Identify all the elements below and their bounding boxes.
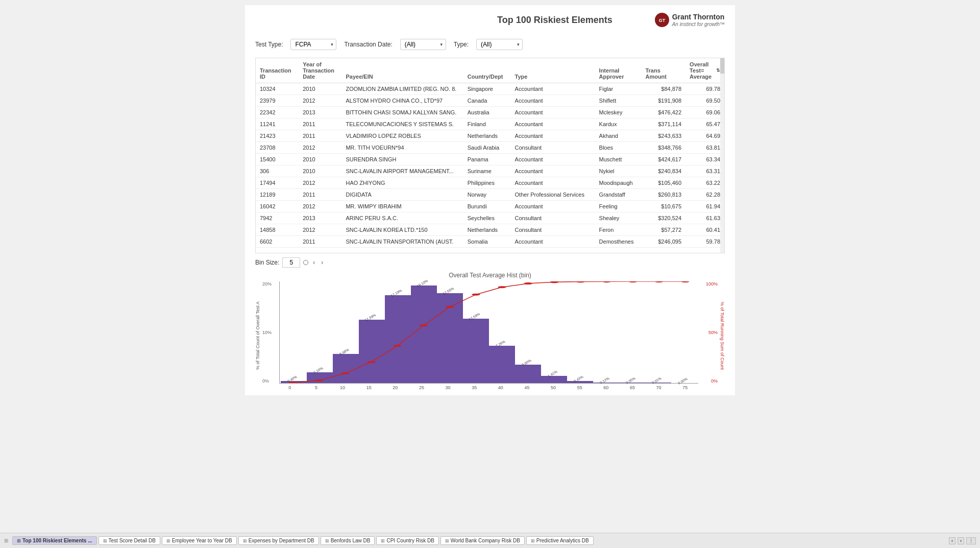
bar xyxy=(281,381,307,383)
cell-id: 6602 xyxy=(256,235,299,247)
cell-payee: SURENDRA SINGH xyxy=(341,153,463,165)
cell-type: Accountant xyxy=(511,200,595,212)
tab-scroll-right[interactable]: › xyxy=(958,537,964,544)
cell-country: Suriname xyxy=(463,165,511,177)
chart-bars-area: 0.40%2.10%5.68%12.39%17.19%19.10%17.55%1… xyxy=(279,281,698,384)
cell-id: 15400 xyxy=(256,153,299,165)
table-row[interactable]: 23708 2012 MR. TITH VOEURN*94 Saudi Arab… xyxy=(256,141,724,153)
th-amount: Trans Amount xyxy=(641,58,685,83)
table-row[interactable]: 7942 2013 ARINC PERU S.A.C. Seychelles C… xyxy=(256,212,724,224)
y-axis-left-label: % of Total Count of Overall Test A xyxy=(255,281,261,390)
bar xyxy=(567,381,593,383)
table-row[interactable]: 12189 2011 DIGIDATA Norway Other Profess… xyxy=(256,188,724,200)
cell-amount: $10,675 xyxy=(641,200,685,212)
bar xyxy=(515,365,541,383)
table-row[interactable]: 23979 2012 ALSTOM HYDRO CHINA CO., LTD*9… xyxy=(256,94,724,106)
cell-amount: $260,813 xyxy=(641,188,685,200)
scrollbar[interactable] xyxy=(720,58,724,253)
cell-id: 22342 xyxy=(256,106,299,118)
table-row[interactable]: 10324 2010 ZOOMLION ZAMBIA LIMITED (REG.… xyxy=(256,83,724,94)
cell-type: Other Professional Services xyxy=(511,188,595,200)
cell-overall: 63.81 xyxy=(685,141,724,153)
tab-menu[interactable]: ⋮ xyxy=(966,537,976,544)
cell-approver: Bloes xyxy=(595,141,642,153)
transaction-date-label: Transaction Date: xyxy=(344,41,392,48)
table-row[interactable]: 17494 2012 HAO ZHIYONG Philippines Accou… xyxy=(256,177,724,188)
cell-amount: $424,617 xyxy=(641,153,685,165)
cell-amount: $476,422 xyxy=(641,106,685,118)
bar-group: 12.59% xyxy=(463,281,489,383)
bar xyxy=(307,372,333,383)
tab-tab5[interactable]: ⊞Benfords Law DB xyxy=(321,536,375,545)
bin-next-button[interactable]: › xyxy=(320,258,325,267)
th-year: Year of Transaction Date xyxy=(299,58,341,83)
bar-group: 19.10% xyxy=(411,281,437,383)
bar-group: 2.10% xyxy=(307,281,333,383)
tab-tab2[interactable]: ⊞Test Score Detail DB xyxy=(99,536,160,545)
transaction-date-select[interactable]: (All) 2010 2011 2012 2013 xyxy=(400,39,446,50)
tab-controls: ‹ › ⋮ xyxy=(949,537,976,544)
cell-year: 2010 xyxy=(299,165,341,177)
cell-payee: VLADIMIRO LOPEZ ROBLES xyxy=(341,130,463,141)
cell-amount: $191,908 xyxy=(641,94,685,106)
cell-country: Australia xyxy=(463,106,511,118)
table-row[interactable]: 14858 2012 SNC-LAVALIN KOREA LTD.*150 Ne… xyxy=(256,224,724,235)
bin-size-radio[interactable] xyxy=(303,260,308,265)
cell-id: 11241 xyxy=(256,118,299,130)
scrollbar-thumb[interactable] xyxy=(720,58,724,74)
bar xyxy=(463,319,489,383)
th-payee: Payee/EIN xyxy=(341,58,463,83)
bar-label: 0.05% xyxy=(625,376,636,385)
tab-label: Expenses by Department DB xyxy=(249,538,314,543)
cell-overall: 63.31 xyxy=(685,165,724,177)
type-select-wrapper[interactable]: (All) Accountant Consultant xyxy=(476,39,523,50)
bar-group: 0.43% xyxy=(567,281,593,383)
tab-tab3[interactable]: ⊞Employee Year to Year DB xyxy=(162,536,237,545)
chart-area: % of Total Count of Overall Test A 20% 1… xyxy=(255,281,725,390)
cell-id: 17494 xyxy=(256,177,299,188)
cell-amount: $348,766 xyxy=(641,141,685,153)
bin-prev-button[interactable]: ‹ xyxy=(311,258,316,267)
bin-size-input[interactable] xyxy=(282,257,300,268)
cell-country: Netherlands xyxy=(463,224,511,235)
cell-payee: SNC-LAVALIN AIRPORT MANAGEMENT... xyxy=(341,165,463,177)
test-type-select[interactable]: FCPA (All) xyxy=(290,39,336,50)
cell-type: Accountant xyxy=(511,106,595,118)
bar-label: 0.00% xyxy=(677,377,688,385)
cell-country: Canada xyxy=(463,94,511,106)
table-row[interactable]: 21423 2011 VLADIMIRO LOPEZ ROBLES Nether… xyxy=(256,130,724,141)
table-row[interactable]: 22342 2013 BITTOHIN CHASI SOMAJ KALLYAN … xyxy=(256,106,724,118)
table-row[interactable]: 16042 2012 MR. WIMPY IBRAHIM Burundi Acc… xyxy=(256,200,724,212)
table-row[interactable]: 6602 2011 SNC-LAVALIN TRANSPORTATION (AU… xyxy=(256,235,724,247)
test-type-select-wrapper[interactable]: FCPA (All) xyxy=(290,39,336,50)
tab-tab6[interactable]: ⊞CPI Country Risk DB xyxy=(376,536,438,545)
tab-tab7[interactable]: ⊞World Bank Company Risk DB xyxy=(440,536,525,545)
cell-approver: Figlar xyxy=(595,83,642,94)
type-select[interactable]: (All) Accountant Consultant xyxy=(476,39,523,50)
bar xyxy=(385,295,411,383)
bar-group: 0.01% xyxy=(645,281,671,383)
cell-id: 23708 xyxy=(256,141,299,153)
cell-type: Consultant xyxy=(511,224,595,235)
tab-scroll-left[interactable]: ‹ xyxy=(949,537,955,544)
tab-tab1[interactable]: ⊞Top 100 Riskiest Elements ... xyxy=(12,536,97,545)
th-type: Type xyxy=(511,58,595,83)
table-row[interactable]: 11241 2011 TELECOMUNICACIONES Y SISTEMAS… xyxy=(256,118,724,130)
test-type-label: Test Type: xyxy=(255,41,283,48)
cell-amount: $57,272 xyxy=(641,224,685,235)
cell-overall: 61.94 xyxy=(685,200,724,212)
cell-id: 21423 xyxy=(256,130,299,141)
table-row[interactable]: 15400 2010 SURENDRA SINGH Panama Account… xyxy=(256,153,724,165)
bar-group: 7.26% xyxy=(489,281,515,383)
transaction-date-select-wrapper[interactable]: (All) 2010 2011 2012 2013 xyxy=(400,39,446,50)
bar-group: 1.41% xyxy=(541,281,567,383)
tab-tab4[interactable]: ⊞Expenses by Department DB xyxy=(238,536,319,545)
table-row[interactable]: 306 2010 SNC-LAVALIN AIRPORT MANAGEMENT.… xyxy=(256,165,724,177)
tab-tab8[interactable]: ⊞Predictive Analytics DB xyxy=(526,536,594,545)
bar xyxy=(541,376,567,383)
bar-group: 0.00% xyxy=(671,281,697,383)
cell-country: Netherlands xyxy=(463,130,511,141)
tab-label: Test Score Detail DB xyxy=(109,538,156,543)
bar-group: 3.60% xyxy=(515,281,541,383)
th-overall[interactable]: Overall Test= Average ⇅ xyxy=(685,58,724,83)
